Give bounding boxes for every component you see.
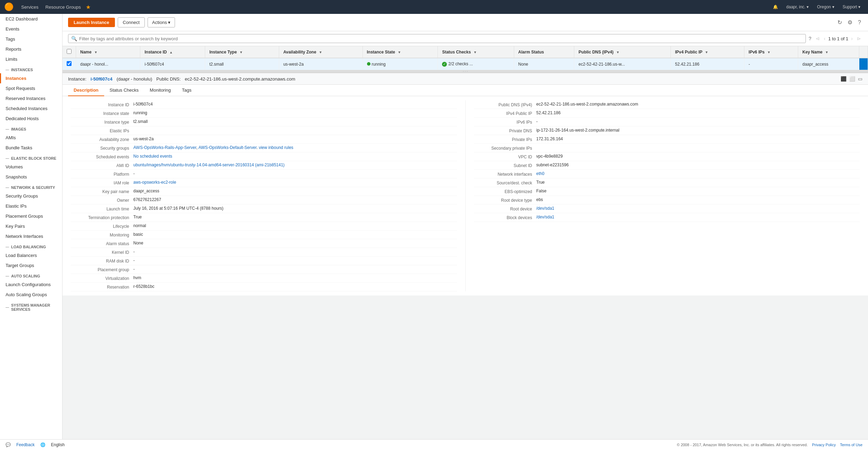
region-menu[interactable]: Oregon ▾: [813, 5, 837, 9]
sidebar-item-amis[interactable]: AMIs: [0, 133, 62, 143]
support-menu[interactable]: Support ▾: [839, 5, 864, 9]
language-label[interactable]: English: [51, 442, 65, 447]
search-input-wrapper[interactable]: 🔍: [68, 34, 806, 43]
detail-instance-id[interactable]: i-50f607c4: [91, 76, 112, 82]
col-availability-zone[interactable]: Availability Zone ▼: [279, 46, 362, 58]
terms-of-use-link[interactable]: Terms of Use: [840, 443, 862, 447]
eth0-link[interactable]: eth0: [536, 171, 544, 176]
page-last-button[interactable]: ⊳: [856, 35, 862, 42]
sidebar-item-reports[interactable]: Reports: [0, 44, 62, 54]
connect-button[interactable]: Connect: [118, 17, 145, 27]
services-menu[interactable]: Services: [18, 5, 42, 10]
col-status-checks[interactable]: Status Checks ▼: [438, 46, 514, 58]
sidebar-item-target-groups[interactable]: Target Groups: [0, 260, 62, 270]
page-next-button[interactable]: ›: [850, 35, 854, 42]
favorites-star[interactable]: ★: [86, 4, 91, 10]
label-secondary-private-ips: Secondary private IPs: [474, 145, 536, 151]
sidebar-item-dedicated-hosts[interactable]: Dedicated Hosts: [0, 114, 62, 124]
feedback-link[interactable]: Feedback: [16, 442, 35, 447]
sidebar-item-ec2-dashboard[interactable]: EC2 Dashboard: [0, 14, 62, 24]
sidebar-item-tags[interactable]: Tags: [0, 34, 62, 44]
notifications-bell[interactable]: 🔔: [769, 5, 782, 9]
col-more[interactable]: [859, 46, 868, 58]
col-public-dns[interactable]: Public DNS (IPv4) ▼: [574, 46, 671, 58]
settings-icon[interactable]: ⚙: [846, 18, 854, 27]
row-instance-id: i-50f607c4: [140, 58, 205, 70]
col-instance-type[interactable]: Instance Type ▼: [205, 46, 279, 58]
label-reservation: Reservation: [71, 284, 133, 290]
view-inbound-rules-link[interactable]: view inbound rules: [259, 145, 293, 150]
detail-icon-2[interactable]: ⬜: [849, 76, 855, 82]
detail-icon-3[interactable]: ▭: [858, 76, 862, 82]
col-instance-id[interactable]: Instance ID ▲: [140, 46, 205, 58]
tab-tags[interactable]: Tags: [176, 85, 197, 96]
tab-description[interactable]: Description: [68, 85, 104, 96]
value-instance-type: t2.small: [133, 119, 457, 124]
account-menu[interactable]: daapr, inc. ▾: [783, 5, 812, 9]
tab-status-checks[interactable]: Status Checks: [104, 85, 144, 96]
sidebar-item-load-balancers[interactable]: Load Balancers: [0, 250, 62, 260]
value-platform: -: [133, 171, 457, 176]
privacy-policy-link[interactable]: Privacy Policy: [812, 443, 836, 447]
page-prev-button[interactable]: ‹: [823, 35, 827, 42]
sidebar-item-instances[interactable]: Instances: [0, 73, 62, 83]
sidebar-item-launch-configurations[interactable]: Launch Configurations: [0, 280, 62, 290]
sg-rails-link[interactable]: AWS-OpsWorks-Rails-App-Server: [133, 145, 196, 150]
detail-header: Instance: i-50f607c4 (daapr - honolulu) …: [62, 73, 868, 85]
sidebar-item-reserved-instances[interactable]: Reserved Instances: [0, 93, 62, 103]
detail-row-private-ips: Private IPs 172.31.26.164: [474, 135, 860, 144]
search-input[interactable]: [79, 36, 803, 41]
table-row[interactable]: daapr - honol... i-50f607c4 t2.small us-…: [62, 58, 868, 70]
root-device-link[interactable]: /dev/sda1: [536, 206, 554, 211]
sidebar-item-placement-groups[interactable]: Placement Groups: [0, 211, 62, 221]
value-block-devices: /dev/sda1: [536, 215, 860, 219]
block-devices-link[interactable]: /dev/sda1: [536, 215, 554, 219]
col-ipv6[interactable]: IPv6 IPs ▼: [744, 46, 798, 58]
sidebar-item-key-pairs[interactable]: Key Pairs: [0, 221, 62, 231]
sidebar-item-spot-requests[interactable]: Spot Requests: [0, 83, 62, 93]
help-icon[interactable]: ?: [857, 18, 862, 27]
detail-row-root-device-type: Root device type ebs: [474, 196, 860, 205]
sidebar-item-network-interfaces[interactable]: Network Interfaces: [0, 231, 62, 241]
detail-row-iam-role: IAM role aws-opsworks-ec2-role: [71, 178, 457, 187]
col-name[interactable]: Name ▼: [76, 46, 140, 58]
actions-button[interactable]: Actions ▾: [148, 17, 175, 27]
ami-id-link[interactable]: ubuntu/images/hvm/ubuntu-trusty-14.04-am…: [133, 162, 285, 167]
sidebar-item-snapshots[interactable]: Snapshots: [0, 172, 62, 182]
col-alarm-status[interactable]: Alarm Status: [514, 46, 574, 58]
sidebar-item-limits[interactable]: Limits: [0, 54, 62, 64]
iam-role-link[interactable]: aws-opsworks-ec2-role: [133, 180, 176, 185]
content-area: Launch Instance Connect Actions ▾ ↻ ⚙ ? …: [62, 14, 868, 439]
select-all-header[interactable]: [62, 46, 76, 58]
page-first-button[interactable]: ⊲: [814, 35, 821, 42]
value-root-device: /dev/sda1: [536, 206, 860, 211]
tab-monitoring[interactable]: Monitoring: [144, 85, 176, 96]
detail-row-ipv6: IPv6 IPs -: [474, 118, 860, 126]
detail-icon-1[interactable]: ⬛: [841, 76, 846, 82]
sidebar-item-scheduled-instances[interactable]: Scheduled Instances: [0, 103, 62, 114]
detail-row-ami-id: AMI ID ubuntu/images/hvm/ubuntu-trusty-1…: [71, 161, 457, 170]
value-source-dest: True: [536, 180, 860, 185]
sg-default-link[interactable]: AWS-OpsWorks-Default-Server: [198, 145, 256, 150]
label-placement-group: Placement group: [71, 267, 133, 272]
col-instance-state[interactable]: Instance State ▼: [362, 46, 438, 58]
col-key-name[interactable]: Key Name ▼: [798, 46, 859, 58]
sidebar-item-volumes[interactable]: Volumes: [0, 162, 62, 172]
sidebar-section-instances: INSTANCES: [0, 64, 62, 73]
detail-row-monitoring: Monitoring basic: [71, 231, 457, 239]
detail-row-scheduled-events: Scheduled events No scheduled events: [71, 152, 457, 161]
detail-icons: ⬛ ⬜ ▭: [841, 76, 862, 82]
refresh-icon[interactable]: ↻: [836, 18, 843, 27]
row-checkbox[interactable]: [62, 58, 76, 70]
scheduled-events-link[interactable]: No scheduled events: [133, 154, 172, 159]
sidebar-item-auto-scaling-groups[interactable]: Auto Scaling Groups: [0, 290, 62, 300]
launch-instance-button[interactable]: Launch Instance: [68, 18, 115, 27]
row-alarm-status: None: [514, 58, 574, 70]
resource-groups-menu[interactable]: Resource Groups: [42, 5, 84, 10]
sidebar-item-elastic-ips[interactable]: Elastic IPs: [0, 201, 62, 211]
sidebar-item-events[interactable]: Events: [0, 24, 62, 34]
col-ipv4[interactable]: IPv4 Public IP ▼: [671, 46, 744, 58]
sidebar-item-security-groups[interactable]: Security Groups: [0, 191, 62, 201]
sidebar-item-bundle-tasks[interactable]: Bundle Tasks: [0, 143, 62, 153]
search-help-icon[interactable]: ?: [809, 36, 811, 41]
